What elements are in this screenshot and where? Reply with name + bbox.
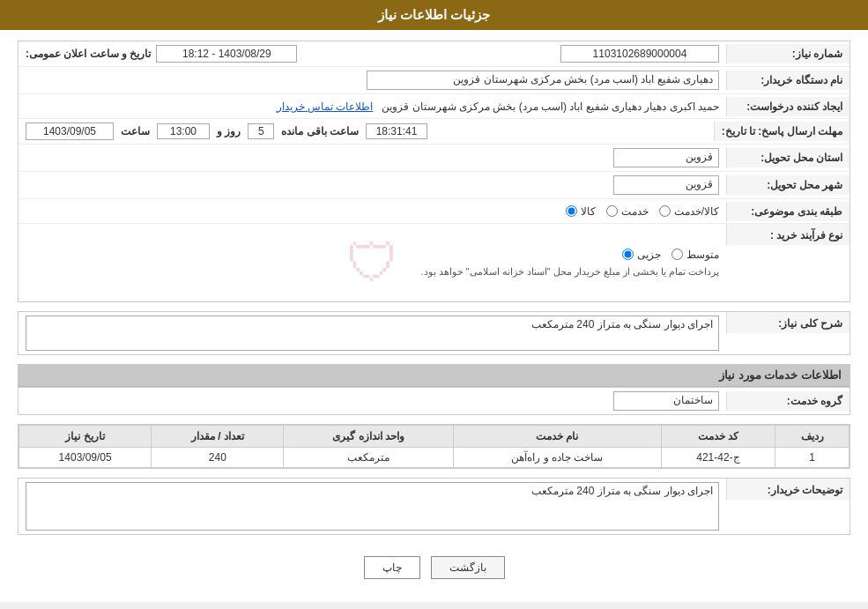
purchase-note: پرداخت تمام یا بخشی از مبلغ خریدار محل "… [26,266,719,278]
buyer-org-label: نام دستگاه خریدار: [726,71,849,90]
page-title: جزئیات اطلاعات نیاز [378,7,490,22]
deadline-days: 5 [248,123,274,139]
purchase-motavas-radio[interactable] [671,249,683,260]
service-group-block: گروه خدمت: ساختمان [18,387,850,415]
category-kala-khedmat-label: کالا/خدمت [674,205,719,218]
buyer-org-box: دهیاری شفیع اباد (اسب مرد) بخش مرکزی شهر… [367,71,719,90]
city-label: شهر محل تحویل: [726,175,849,195]
category-row: طبقه بندی موضوعی: کالا/خدمت خدمت کالا [19,199,849,224]
province-label: استان محل تحویل: [726,148,849,167]
purchase-option-motavas: متوسط [671,249,719,261]
city-row: شهر محل تحویل: قزوین [19,172,849,199]
time-label: ساعت [121,125,150,137]
cell-row: 1 [775,448,849,468]
purchase-radio-group: متوسط جزیی [622,249,719,261]
top-info-block: شماره نیاز: 1103102689000004 تاریخ و ساع… [18,41,850,302]
service-group-row: گروه خدمت: ساختمان [19,388,849,414]
category-kala-khedmat-radio[interactable] [659,205,671,217]
deadline-time: 13:00 [157,123,210,139]
remaining-label: ساعت باقی مانده [281,125,359,137]
buyer-notes-block: توضیحات خریدار: اجرای دیوار سنگی به مترا… [18,478,850,535]
need-desc-row: شرح کلی نیاز: اجرای دیوار سنگی به متراز … [19,312,849,354]
category-kala-radio[interactable] [566,205,577,217]
buyer-org-row: نام دستگاه خریدار: دهیاری شفیع اباد (اسب… [19,67,849,94]
cell-unit: مترمکعب [284,448,453,468]
services-table-block: ردیف کد خدمت نام خدمت واحد اندازه گیری ت… [18,424,850,469]
province-value: قزوین [19,145,726,171]
creator-link[interactable]: اطلاعات تماس خریدار [277,100,374,113]
table-row: 1 ج-42-421 ساخت جاده و راه‌آهن مترمکعب 2… [19,448,849,468]
announce-date-label: تاریخ و ساعت اعلان عمومی: [26,48,151,60]
purchase-type-label: نوع فرآیند خرید : [726,224,849,245]
category-option-kala: کالا [566,205,596,218]
watermark-area: 🛡 متوسط جزیی [26,227,719,298]
service-group-box: ساختمان [613,391,719,411]
deadline-row: مهلت ارسال پاسخ: تا تاریخ: 1403/09/05 سا… [19,119,849,145]
announce-date-value: 1403/08/29 - 18:12 [156,45,297,63]
deadline-label: مهلت ارسال پاسخ: تا تاریخ: [714,122,849,141]
col-name: نام خدمت [453,426,661,448]
category-label: طبقه بندی موضوعی: [726,202,849,221]
purchase-option-jozi: جزیی [622,249,661,261]
services-table: ردیف کد خدمت نام خدمت واحد اندازه گیری ت… [19,425,849,468]
province-box: قزوین [613,148,719,167]
need-number-label: شماره نیاز: [726,44,849,63]
col-row: ردیف [775,426,849,448]
category-khedmat-radio[interactable] [606,205,618,217]
need-desc-box: اجرای دیوار سنگی به متراز 240 مترمکعب [26,316,719,351]
deadline-remaining: 18:31:41 [366,123,427,139]
category-option-kala-khedmat: کالا/خدمت [659,205,719,218]
col-code: کد خدمت [661,426,775,448]
cell-name: ساخت جاده و راه‌آهن [453,448,661,468]
deadline-values: 1403/09/05 ساعت 13:00 روز و 5 ساعت باقی … [19,119,714,144]
province-row: استان محل تحویل: قزوین [19,145,849,172]
category-option-khedmat: خدمت [606,205,649,218]
need-number-box: 1103102689000004 [560,45,719,63]
creator-text: حمید اکبری دهیار دهیاری شفیع اباد (اسب م… [382,100,719,113]
purchase-jozi-label: جزیی [637,249,661,261]
day-label: روز و [217,125,241,137]
service-group-label: گروه خدمت: [726,391,849,411]
category-options: کالا/خدمت خدمت کالا [19,202,726,221]
service-group-value: ساختمان [19,388,726,414]
services-section-header: اطلاعات خدمات مورد نیاز [18,364,850,387]
city-box: قزوین [613,175,719,195]
purchase-options-area: متوسط جزیی پرداخت تمام یا بخشی از مبلغ خ… [26,249,719,278]
buyer-notes-value: اجرای دیوار سنگی به متراز 240 مترمکعب [19,479,726,534]
purchase-content: 🛡 متوسط جزیی [19,224,726,301]
creator-value: حمید اکبری دهیار دهیاری شفیع اباد (اسب م… [19,97,726,116]
purchase-motavas-label: متوسط [686,249,719,261]
buyer-notes-row: توضیحات خریدار: اجرای دیوار سنگی به مترا… [19,479,849,534]
main-content: شماره نیاز: 1103102689000004 تاریخ و ساع… [0,30,868,602]
announce-date-section: تاریخ و ساعت اعلان عمومی: 1403/08/29 - 1… [19,41,373,66]
category-khedmat-label: خدمت [621,205,649,218]
deadline-date: 1403/09/05 [26,123,114,140]
cell-code: ج-42-421 [661,448,775,468]
cell-qty: 240 [152,448,284,468]
back-button[interactable]: بازگشت [431,556,505,579]
col-unit: واحد اندازه گیری [284,426,453,448]
need-desc-label: شرح کلی نیاز: [726,312,849,333]
buyer-org-value: دهیاری شفیع اباد (اسب مرد) بخش مرکزی شهر… [19,67,726,93]
need-number-value: 1103102689000004 [373,41,727,66]
page-header: جزئیات اطلاعات نیاز [0,0,868,30]
creator-row: ایجاد کننده درخواست: حمید اکبری دهیار ده… [19,94,849,119]
button-row: بازگشت چاپ [18,544,850,591]
services-title: اطلاعات خدمات مورد نیاز [719,368,842,382]
category-kala-label: کالا [581,205,596,218]
need-desc-block: شرح کلی نیاز: اجرای دیوار سنگی به متراز … [18,311,850,355]
page-wrapper: جزئیات اطلاعات نیاز شماره نیاز: 11031026… [0,0,868,602]
category-radio-group: کالا/خدمت خدمت کالا [566,205,719,218]
need-number-row: شماره نیاز: 1103102689000004 تاریخ و ساع… [19,41,849,67]
col-qty: تعداد / مقدار [152,426,284,448]
table-header-row: ردیف کد خدمت نام خدمت واحد اندازه گیری ت… [19,426,849,448]
purchase-row: نوع فرآیند خرید : 🛡 متوسط [19,224,849,301]
city-value: قزوین [19,172,726,198]
need-desc-value: اجرای دیوار سنگی به متراز 240 مترمکعب [19,312,726,354]
buyer-notes-box: اجرای دیوار سنگی به متراز 240 مترمکعب [26,482,719,531]
purchase-jozi-radio[interactable] [622,249,634,260]
print-button[interactable]: چاپ [364,556,420,579]
cell-date: 1403/09/05 [19,448,152,468]
buyer-notes-label: توضیحات خریدار: [726,479,849,500]
creator-label: ایجاد کننده درخواست: [726,97,849,116]
